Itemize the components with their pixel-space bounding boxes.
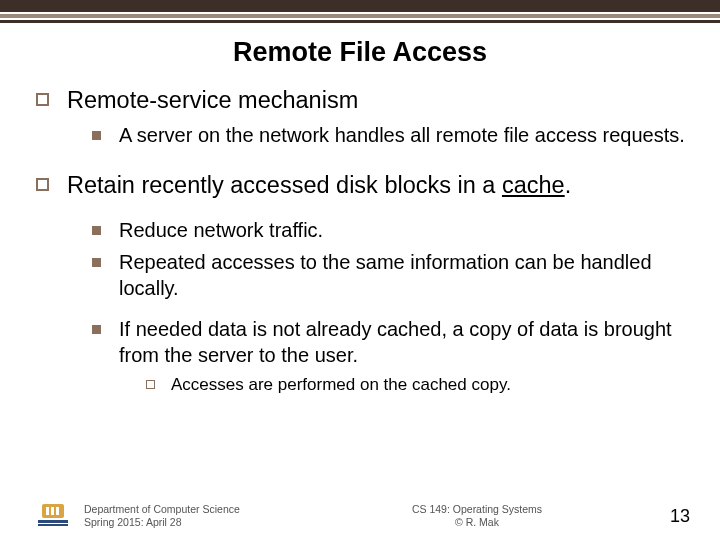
svg-rect-1 xyxy=(46,507,49,515)
slide-content: Remote-service mechanism A server on the… xyxy=(0,86,720,396)
sjsu-logo-icon xyxy=(36,502,70,530)
bullet-level2: A server on the network handles all remo… xyxy=(92,123,690,149)
svg-rect-3 xyxy=(56,507,59,515)
footer-middle: CS 149: Operating Systems © R. Mak xyxy=(304,503,650,530)
filled-square-icon xyxy=(92,258,101,267)
hollow-square-icon xyxy=(36,93,49,106)
slide-footer: Department of Computer Science Spring 20… xyxy=(0,502,720,530)
bullet-text: A server on the network handles all remo… xyxy=(119,123,685,149)
bullet-text: Repeated accesses to the same informatio… xyxy=(119,250,690,301)
filled-square-icon xyxy=(92,226,101,235)
hollow-square-icon xyxy=(36,178,49,191)
slide-title: Remote File Access xyxy=(0,37,720,68)
bullet-text: Remote-service mechanism xyxy=(67,86,358,115)
svg-rect-4 xyxy=(38,520,68,523)
bullet-text: Reduce network traffic. xyxy=(119,218,323,244)
bullet-text: Retain recently accessed disk blocks in … xyxy=(67,171,571,200)
svg-rect-5 xyxy=(38,524,68,526)
page-number: 13 xyxy=(650,506,690,527)
bullet-text: Accesses are performed on the cached cop… xyxy=(171,374,511,396)
bullet-level1: Retain recently accessed disk blocks in … xyxy=(36,171,690,200)
svg-rect-2 xyxy=(51,507,54,515)
hollow-mini-square-icon xyxy=(146,380,155,389)
bullet-level2: If needed data is not already cached, a … xyxy=(92,317,690,368)
bullet-level2: Repeated accesses to the same informatio… xyxy=(92,250,690,301)
filled-square-icon xyxy=(92,131,101,140)
footer-left: Department of Computer Science Spring 20… xyxy=(84,503,304,530)
filled-square-icon xyxy=(92,325,101,334)
bullet-text: If needed data is not already cached, a … xyxy=(119,317,690,368)
bullet-level1: Remote-service mechanism xyxy=(36,86,690,115)
bullet-level3: Accesses are performed on the cached cop… xyxy=(146,374,690,396)
decorative-top-bar xyxy=(0,0,720,23)
bullet-level2: Reduce network traffic. xyxy=(92,218,690,244)
